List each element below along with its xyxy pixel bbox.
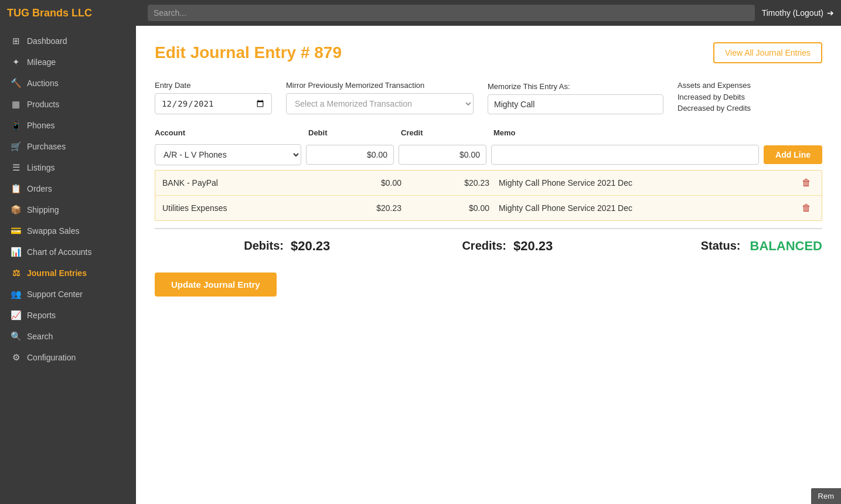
mileage-icon: ✦ [11, 57, 21, 67]
debits-label: Debits: [155, 239, 284, 253]
sidebar-item-search[interactable]: 🔍 Search [0, 326, 136, 347]
user-menu[interactable]: Timothy (Logout) ➔ [762, 8, 834, 18]
table-row: Utilities Expenses $20.23 $0.00 Mighty C… [155, 196, 822, 220]
sidebar-item-label: Mileage [27, 57, 56, 67]
sidebar-item-products[interactable]: ▦ Products [0, 94, 136, 115]
assets-note-line1: Assets and Expenses [677, 80, 751, 91]
memo-input[interactable] [491, 145, 759, 165]
credits-label: Credits: [377, 239, 506, 253]
sidebar-item-dashboard[interactable]: ⊞ Dashboard [0, 30, 136, 52]
sidebar-item-auctions[interactable]: 🔨 Auctions [0, 73, 136, 94]
entry-date-label: Entry Date [155, 81, 272, 90]
row-account: Utilities Expenses [162, 203, 309, 213]
assets-note-line2: Increased by Debits [677, 91, 751, 103]
search-input[interactable] [148, 5, 755, 21]
row-account: BANK - PayPal [162, 178, 309, 188]
entry-date-input[interactable] [155, 93, 272, 114]
user-label: Timothy (Logout) [762, 8, 823, 18]
sidebar: ⊞ Dashboard ✦ Mileage 🔨 Auctions ▦ Produ… [0, 26, 136, 504]
mirror-label: Mirror Previously Memorized Transaction [286, 81, 474, 90]
rem-button[interactable]: Rem [811, 488, 841, 504]
debits-value: $20.23 [284, 239, 377, 254]
mirror-transaction-group: Mirror Previously Memorized Transaction … [286, 81, 474, 114]
assets-note-line3: Decreased by Credits [677, 103, 751, 114]
sidebar-item-label: Auctions [27, 79, 59, 88]
row-debit: $20.23 [314, 203, 401, 213]
account-select[interactable]: A/R - L V Phones [155, 144, 301, 165]
sidebar-item-label: Configuration [27, 353, 76, 362]
new-line-input-row: A/R - L V Phones Add Line [155, 144, 822, 165]
page-title: Edit Journal Entry # 879 [155, 43, 342, 62]
status-badge: BALANCED [750, 239, 822, 254]
sidebar-item-label: Reports [27, 311, 56, 320]
delete-row-button[interactable]: 🗑 [798, 202, 815, 214]
sidebar-item-listings[interactable]: ☰ Listings [0, 157, 136, 178]
sidebar-item-label: Journal Entries [27, 268, 87, 278]
dashboard-icon: ⊞ [11, 36, 21, 46]
sidebar-item-journal-entries[interactable]: ⚖ Journal Entries [0, 263, 136, 284]
sidebar-item-label: Dashboard [27, 36, 67, 46]
entry-date-group: Entry Date [155, 81, 272, 114]
debit-input[interactable] [306, 145, 394, 165]
sidebar-item-support-center[interactable]: 👥 Support Center [0, 284, 136, 305]
row-debit: $0.00 [314, 178, 401, 188]
sidebar-item-label: Support Center [27, 290, 83, 299]
shipping-icon: 📦 [11, 205, 21, 215]
sidebar-item-label: Orders [27, 184, 52, 193]
add-line-button[interactable]: Add Line [764, 145, 822, 164]
brand-logo: TUG Brands LLC [7, 7, 141, 19]
column-headers-row: Account Debit Credit Memo [155, 126, 822, 139]
table-row: BANK - PayPal $0.00 $20.23 Mighty Call P… [155, 171, 822, 196]
journal-icon: ⚖ [11, 268, 21, 278]
sidebar-item-label: Search [27, 332, 53, 341]
row-credit: $20.23 [406, 178, 494, 188]
chart-icon: 📊 [11, 247, 21, 257]
status-label: Status: [701, 239, 741, 253]
table-section: Account Debit Credit Memo A/R - L V Phon… [155, 126, 822, 221]
swappa-icon: 💳 [11, 226, 21, 236]
sidebar-item-chart-of-accounts[interactable]: 📊 Chart of Accounts [0, 241, 136, 263]
update-journal-entry-button[interactable]: Update Journal Entry [155, 273, 277, 297]
memorize-input[interactable] [488, 94, 663, 114]
sidebar-item-label: Products [27, 100, 59, 109]
credit-input[interactable] [399, 145, 486, 165]
purchases-icon: 🛒 [11, 141, 21, 152]
sidebar-item-label: Swappa Sales [27, 226, 80, 236]
row-credit: $0.00 [406, 203, 494, 213]
debit-column-header: Debit [306, 126, 394, 139]
view-all-journal-entries-button[interactable]: View All Journal Entries [713, 42, 822, 63]
sidebar-item-label: Purchases [27, 142, 66, 151]
sidebar-item-label: Listings [27, 163, 55, 172]
memo-column-header: Memo [491, 126, 822, 139]
sidebar-item-label: Phones [27, 121, 55, 130]
sidebar-item-configuration[interactable]: ⚙ Configuration [0, 347, 136, 368]
sidebar-item-phones[interactable]: 📱 Phones [0, 115, 136, 136]
row-memo: Mighty Call Phone Service 2021 Dec [499, 203, 794, 213]
sidebar-item-label: Chart of Accounts [27, 247, 92, 257]
sidebar-item-purchases[interactable]: 🛒 Purchases [0, 136, 136, 157]
mirror-transaction-select[interactable]: Select a Memorized Transaction [286, 93, 474, 114]
reports-icon: 📈 [11, 310, 21, 321]
sidebar-item-reports[interactable]: 📈 Reports [0, 305, 136, 326]
main-content: Edit Journal Entry # 879 View All Journa… [136, 26, 841, 504]
logout-arrow-icon: ➔ [827, 8, 834, 18]
sidebar-item-label: Shipping [27, 205, 59, 214]
topbar: TUG Brands LLC Timothy (Logout) ➔ [0, 0, 841, 26]
sidebar-item-orders[interactable]: 📋 Orders [0, 178, 136, 199]
delete-row-button[interactable]: 🗑 [798, 176, 815, 189]
support-icon: 👥 [11, 289, 21, 299]
sidebar-item-shipping[interactable]: 📦 Shipping [0, 199, 136, 220]
auctions-icon: 🔨 [11, 78, 21, 88]
credits-value: $20.23 [506, 239, 600, 254]
totals-row: Debits: $20.23 Credits: $20.23 Status: B… [155, 228, 822, 263]
search-nav-icon: 🔍 [11, 331, 21, 342]
page-header: Edit Journal Entry # 879 View All Journa… [155, 42, 822, 63]
form-top-row: Entry Date Mirror Previously Memorized T… [155, 80, 822, 114]
journal-entry-rows: BANK - PayPal $0.00 $20.23 Mighty Call P… [155, 170, 822, 221]
sidebar-item-mileage[interactable]: ✦ Mileage [0, 52, 136, 73]
orders-icon: 📋 [11, 183, 21, 194]
assets-note: Assets and Expenses Increased by Debits … [677, 80, 751, 114]
credit-column-header: Credit [399, 126, 486, 139]
sidebar-item-swappa-sales[interactable]: 💳 Swappa Sales [0, 220, 136, 241]
listings-icon: ☰ [11, 162, 21, 173]
